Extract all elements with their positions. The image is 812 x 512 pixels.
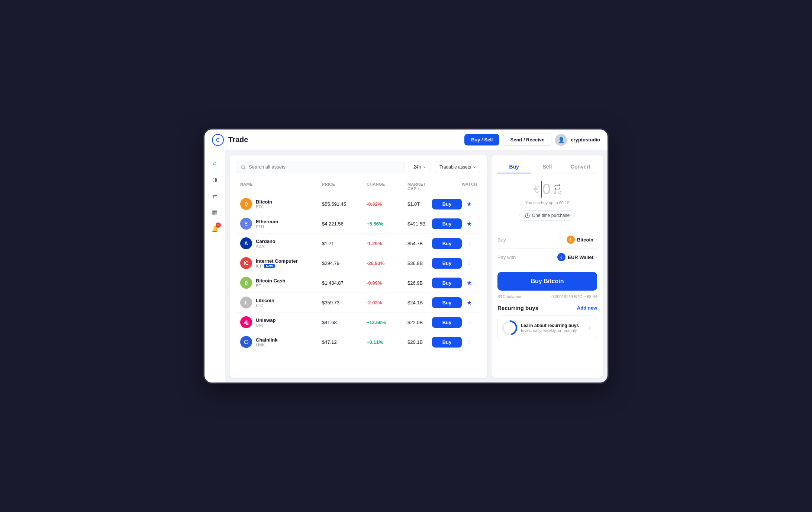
asset-buy-button[interactable]: Buy	[432, 199, 462, 209]
pay-with-selector[interactable]: € EUR Wallet ›	[557, 253, 597, 261]
asset-ticker: ETH	[256, 224, 264, 229]
table-row: ₿ Bitcoin Cash BCH $1,434.87 -0.99% $26.…	[236, 273, 481, 293]
buy-limit-text: You can buy up to €0.10	[497, 201, 597, 205]
logo: C	[212, 134, 224, 146]
asset-name: Cardano	[256, 239, 276, 244]
table-row: 🦄 Uniswap UNI $41.68 +12.56% $22.0B Buy …	[236, 313, 481, 332]
watchlist-star[interactable]: ☆	[462, 319, 477, 326]
send-receive-button[interactable]: Send / Receive	[503, 134, 551, 146]
assets-filter-button[interactable]: Tradable assets	[435, 161, 481, 173]
asset-info: Ξ Ethereum ETH	[240, 218, 322, 230]
asset-name: Internet Computer	[256, 258, 298, 264]
asset-info: ₿ Bitcoin BTC	[240, 198, 322, 210]
table-row: Ł Litecoin LTC $359.73 -2.03% $24.1B Buy…	[236, 293, 481, 313]
avatar: 👤	[555, 134, 567, 146]
buy-asset-selector[interactable]: ₿ Bitcoin ›	[567, 236, 597, 244]
asset-buy-button[interactable]: Buy	[432, 297, 462, 308]
asset-info: 🦄 Uniswap UNI	[240, 316, 322, 328]
asset-marketcap: $24.1B	[407, 300, 432, 305]
asset-name: Litecoin	[256, 298, 274, 303]
table-row: A Cardano ADA $1.71 -1.29% $54.7B Buy ☆	[236, 234, 481, 253]
btc-toggle[interactable]: BTC	[554, 184, 561, 195]
sidebar-item-home[interactable]: ⌂	[208, 156, 222, 170]
asset-ticker: ICP	[256, 264, 262, 268]
asset-table: ₿ Bitcoin BTC $55,591.45 -0.82% $1.0T Bu…	[236, 194, 481, 352]
sidebar-item-transfer[interactable]: ⇄	[208, 189, 222, 202]
table-row: IC Internet Computer ICP New $294.79 -26…	[236, 253, 481, 273]
recurring-learn-title: Learn about recurring buys	[521, 323, 583, 328]
asset-price: $359.73	[322, 300, 367, 305]
sidebar-item-notifications[interactable]: 🔔 1	[208, 222, 222, 235]
asset-buy-button[interactable]: Buy	[432, 317, 462, 328]
asset-price: $41.68	[322, 320, 367, 325]
asset-logo: ₿	[240, 277, 252, 289]
asset-buy-button[interactable]: Buy	[432, 238, 462, 249]
main-buy-button[interactable]: Buy Bitcoin	[497, 272, 597, 291]
bitcoin-icon: ₿	[567, 236, 575, 244]
watchlist-star[interactable]: ★	[462, 201, 477, 208]
asset-buy-button[interactable]: Buy	[432, 218, 462, 229]
table-row: ₿ Bitcoin BTC $55,591.45 -0.82% $1.0T Bu…	[236, 194, 481, 214]
buy-asset-row: Buy ₿ Bitcoin ›	[497, 231, 597, 249]
asset-change: +12.56%	[367, 320, 407, 325]
search-icon	[241, 164, 246, 170]
asset-info: Ł Litecoin LTC	[240, 297, 322, 308]
asset-logo: ⬡	[240, 336, 252, 348]
asset-buy-button[interactable]: Buy	[432, 258, 462, 269]
topbar-actions: Buy / Sell Send / Receive 👤 cryptostudio	[464, 134, 600, 146]
watchlist-star[interactable]: ☆	[462, 260, 477, 267]
watchlist-star[interactable]: ☆	[462, 240, 477, 247]
watchlist-star[interactable]: ☆	[462, 339, 477, 346]
watchlist-star[interactable]: ★	[462, 299, 477, 306]
asset-buy-button[interactable]: Buy	[432, 337, 462, 348]
asset-logo: Ξ	[240, 218, 252, 230]
asset-name: Uniswap	[256, 317, 276, 323]
one-time-purchase-button[interactable]: One time purchase	[519, 210, 575, 221]
new-badge: New	[264, 264, 275, 268]
pay-with-chevron: ›	[596, 255, 597, 260]
sidebar: ⌂ ◑ ⇄ ▦ 🔔 1	[204, 150, 225, 383]
asset-ticker: ADA	[256, 244, 264, 249]
asset-change: -26.93%	[367, 260, 407, 266]
sidebar-item-dashboard[interactable]: ▦	[208, 205, 222, 219]
svg-point-0	[241, 165, 245, 168]
tab-buy[interactable]: Buy	[497, 161, 531, 173]
asset-buy-button[interactable]: Buy	[432, 278, 462, 288]
asset-marketcap: $491.5B	[407, 221, 432, 227]
panel-tabs: Buy Sell Convert	[497, 161, 597, 173]
search-input-wrap[interactable]	[236, 161, 405, 173]
watchlist-star[interactable]: ★	[462, 279, 477, 287]
pay-with-row: Pay with € EUR Wallet ›	[497, 249, 597, 266]
recurring-card[interactable]: Learn about recurring buys Invest daily,…	[497, 316, 597, 340]
search-input[interactable]	[249, 164, 400, 170]
asset-price: $1.71	[322, 241, 367, 246]
asset-ticker: UNI	[256, 323, 263, 327]
add-new-button[interactable]: Add new	[577, 305, 597, 311]
asset-logo: A	[240, 237, 252, 249]
asset-price: $1,434.87	[322, 280, 367, 286]
buy-panel: Buy Sell Convert € 0 BTC	[492, 155, 603, 378]
asset-marketcap: $26.9B	[407, 280, 432, 286]
asset-logo: ₿	[240, 198, 252, 210]
asset-marketcap: $54.7B	[407, 241, 432, 246]
asset-marketcap: $1.0T	[407, 201, 432, 207]
table-row: ⬡ Chainlink LINK $47.12 +0.11% $20.1B Bu…	[236, 332, 481, 352]
sidebar-item-portfolio[interactable]: ◑	[208, 173, 222, 186]
time-filter-button[interactable]: 24h	[409, 161, 431, 173]
watchlist-star[interactable]: ★	[462, 220, 477, 227]
asset-change: -2.03%	[367, 300, 407, 305]
chevron-down-icon	[422, 165, 426, 169]
eur-wallet-icon: €	[557, 253, 566, 261]
tab-convert[interactable]: Convert	[564, 161, 597, 173]
asset-change: -0.82%	[367, 201, 407, 207]
amount-value[interactable]: 0	[541, 181, 551, 198]
currency-symbol: €	[534, 183, 539, 195]
asset-name: Ethereum	[256, 219, 278, 224]
asset-change: -0.99%	[367, 280, 407, 286]
buy-sell-button[interactable]: Buy / Sell	[464, 134, 500, 145]
asset-panel: 24h Tradable assets Name Price Change	[230, 155, 487, 378]
tab-sell[interactable]: Sell	[531, 161, 564, 173]
asset-name: Chainlink	[256, 337, 278, 343]
buy-label: Buy	[497, 237, 506, 243]
page-title: Trade	[228, 135, 460, 144]
